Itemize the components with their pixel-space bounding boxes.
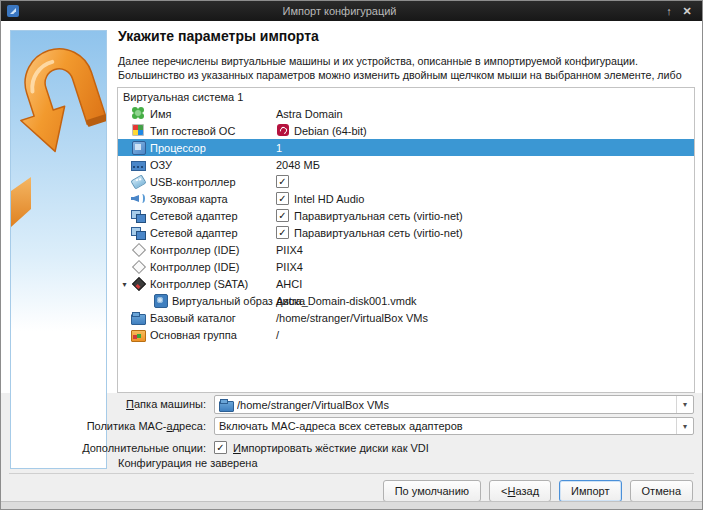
debian-icon [276, 124, 290, 137]
additional-options-label: Дополнительные опции: [82, 442, 206, 454]
row-value-cell: Astra Domain [276, 105, 343, 122]
table-row[interactable]: Сетевой адаптер ✓ Паравиртуальная сеть (… [118, 207, 694, 224]
table-row[interactable]: Виртуальный образ диска Astra_Domain-dis… [118, 292, 694, 309]
table-row[interactable]: Контроллер (IDE) PIIX4 [118, 241, 694, 258]
row-value-cell: Astra_Domain-disk001.vmdk [276, 292, 417, 309]
import-appliance-dialog: Импорт конфигураций ↑ ✕ [0, 0, 703, 510]
expander-icon[interactable] [118, 334, 131, 335]
row-checkbox[interactable]: ✓ [276, 209, 289, 222]
row-value: PIIX4 [276, 261, 303, 273]
row-value: Intel HD Audio [294, 193, 364, 205]
expander-icon[interactable]: ▾ [118, 279, 131, 289]
table-row[interactable]: ▾ Контроллер (SATA) AHCI [118, 275, 694, 292]
row-value: Astra Domain [276, 108, 343, 120]
expander-icon[interactable] [118, 147, 131, 148]
row-value-cell: ✓ Паравиртуальная сеть (virtio-net) [276, 207, 463, 224]
row-value: 2048 МБ [276, 159, 320, 171]
row-value: Astra_Domain-disk001.vmdk [276, 295, 417, 307]
table-row[interactable]: Основная группа / [118, 326, 694, 343]
row-label: ОЗУ [150, 159, 172, 171]
back-button[interactable]: < Назад [489, 480, 551, 502]
expander-icon[interactable] [118, 181, 131, 182]
ram-icon [131, 158, 145, 171]
row-checkbox[interactable]: ✓ [276, 175, 289, 188]
app-icon [7, 5, 19, 17]
table-row[interactable]: Сетевой адаптер ✓ Паравиртуальная сеть (… [118, 224, 694, 241]
dropdown-arrow-icon[interactable]: ▾ [676, 396, 693, 413]
sata-icon [131, 277, 145, 290]
expander-icon[interactable] [118, 164, 131, 165]
import-arrow-image [11, 31, 106, 468]
import-button[interactable]: Импорт [559, 480, 621, 502]
cpu-icon [131, 141, 145, 154]
row-value: PIIX4 [276, 244, 303, 256]
restore-defaults-button[interactable]: По умолчанию [383, 480, 481, 502]
ide-icon [131, 243, 145, 256]
row-checkbox[interactable]: ✓ [276, 192, 289, 205]
close-button[interactable]: ✕ [678, 3, 696, 19]
table-row[interactable]: Процессор 1 [118, 139, 694, 156]
maximize-button[interactable]: ↑ [660, 3, 678, 19]
row-value-cell: PIIX4 [276, 241, 303, 258]
row-value: /home/stranger/VirtualBox VMs [276, 312, 428, 324]
row-label: USB-контроллер [150, 176, 236, 188]
row-value-cell: 1 [276, 139, 282, 156]
expander-icon[interactable] [118, 130, 131, 131]
row-label: Звуковая карта [150, 193, 228, 205]
mac-policy-combo[interactable]: Включать MAC-адреса всех сетевых адаптер… [214, 417, 694, 435]
table-row[interactable]: Звуковая карта ✓ Intel HD Audio [118, 190, 694, 207]
row-value-cell: PIIX4 [276, 258, 303, 275]
appliance-settings-table[interactable]: Виртуальная система 1 Имя Astra Domain Т… [117, 87, 695, 393]
table-row[interactable]: Имя Astra Domain [118, 105, 694, 122]
expander-icon[interactable] [118, 266, 131, 267]
machine-folder-combo[interactable]: /home/stranger/VirtualBox VMs ▾ [214, 395, 694, 414]
row-label: Тип гостевой ОС [150, 125, 235, 137]
row-value-cell: / [276, 326, 279, 343]
import-vdi-label[interactable]: Импортировать жёсткие диски как VDI [233, 442, 429, 454]
row-value-cell: 2048 МБ [276, 156, 320, 173]
table-row[interactable]: USB-контроллер ✓ [118, 173, 694, 190]
table-row[interactable]: Тип гостевой ОС Debian (64-bit) [118, 122, 694, 139]
row-label: Контроллер (IDE) [150, 261, 239, 273]
expander-icon[interactable] [118, 249, 131, 250]
row-label: Имя [150, 108, 171, 120]
page-title: Укажите параметры импорта [118, 28, 319, 44]
name-icon [131, 107, 145, 120]
row-value-cell: ✓ [276, 173, 294, 190]
window-bottom-edge [1, 501, 702, 509]
row-value: / [276, 329, 279, 341]
folder-icon [219, 398, 233, 411]
row-checkbox[interactable]: ✓ [276, 226, 289, 239]
expander-icon[interactable] [118, 232, 131, 233]
row-value: 1 [276, 142, 282, 154]
network-icon [131, 209, 145, 222]
row-label: Сетевой адаптер [150, 210, 238, 222]
titlebar[interactable]: Импорт конфигураций ↑ ✕ [1, 1, 702, 21]
table-row[interactable]: Базовый каталог /home/stranger/VirtualBo… [118, 309, 694, 326]
virtual-system-header: Виртуальная система 1 [118, 88, 694, 105]
dropdown-arrow-icon[interactable]: ▾ [676, 418, 693, 434]
row-value: AHCI [276, 278, 302, 290]
expander-icon[interactable] [118, 317, 131, 318]
os-type-icon [131, 124, 145, 137]
expander-icon[interactable] [118, 300, 131, 301]
network-icon [131, 226, 145, 239]
expander-icon[interactable] [118, 113, 131, 114]
table-rows: Имя Astra Domain Тип гостевой ОС Debian … [118, 105, 694, 343]
row-value: Паравиртуальная сеть (virtio-net) [294, 227, 463, 239]
group-icon [131, 328, 145, 341]
status-text: Конфигурация не заверена [118, 457, 258, 469]
table-row[interactable]: Контроллер (IDE) PIIX4 [118, 258, 694, 275]
disk-icon [153, 294, 167, 307]
cancel-button[interactable]: Отмена [630, 480, 693, 502]
folder-icon [131, 311, 145, 324]
row-value-cell: Debian (64-bit) [276, 122, 367, 139]
row-label: Основная группа [150, 329, 237, 341]
import-vdi-checkbox[interactable]: ✓ [214, 441, 227, 454]
row-value: Debian (64-bit) [294, 125, 367, 137]
expander-icon[interactable] [118, 215, 131, 216]
table-row[interactable]: ОЗУ 2048 МБ [118, 156, 694, 173]
mac-policy-label: Политика MAC-адреса: [87, 420, 206, 432]
expander-icon[interactable] [118, 198, 131, 199]
row-label: Процессор [150, 142, 206, 154]
